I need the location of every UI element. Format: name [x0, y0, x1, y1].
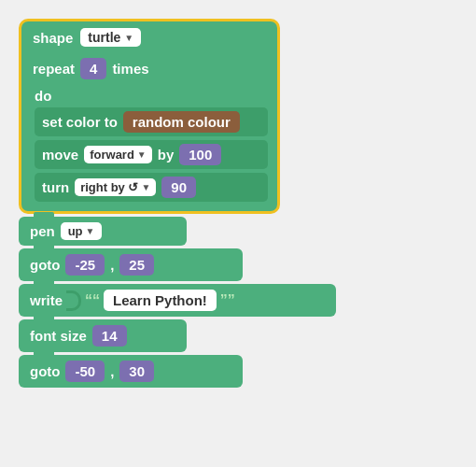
pen-block: pen up ▼ [19, 217, 187, 246]
pen-dropdown-arrow: ▼ [86, 226, 95, 236]
goto2-notch [34, 350, 54, 355]
goto2-y-box[interactable]: 30 [119, 361, 154, 382]
repeat-count-box[interactable]: 4 [80, 58, 106, 79]
goto1-x-box[interactable]: -25 [65, 254, 105, 276]
goto1-comma: , [110, 257, 114, 273]
move-direction-dropdown[interactable]: forward ▼ [84, 146, 152, 163]
font-size-block: font size 14 [19, 319, 187, 352]
random-colour-value: random colour [133, 114, 231, 130]
goto2-comma: , [110, 363, 114, 379]
write-text-box[interactable]: Learn Python! [104, 290, 217, 311]
move-amount: 100 [189, 147, 212, 163]
shape-dropdown-arrow: ▼ [124, 33, 133, 43]
move-amount-box[interactable]: 100 [179, 144, 221, 165]
write-open-quote: ““ [85, 292, 100, 309]
turn-block: turn right by ↺ ▼ 90 [35, 173, 268, 202]
goto2-y: 30 [129, 363, 145, 379]
turn-amount: 90 [171, 179, 187, 195]
goto2-label: goto [30, 363, 60, 379]
set-color-label: set color to [42, 114, 118, 130]
turn-label: turn [42, 179, 69, 195]
do-section: do set color to random colour move forwa… [21, 84, 277, 211]
repeat-label: repeat [33, 61, 75, 77]
set-color-block: set color to random colour [35, 107, 268, 136]
shape-dropdown[interactable]: turtle ▼ [80, 28, 141, 47]
write-text: Learn Python! [113, 292, 207, 308]
write-block: write ““ Learn Python! ”” [19, 284, 336, 317]
random-colour-box[interactable]: random colour [123, 111, 240, 133]
repeat-block: repeat 4 times [21, 53, 277, 84]
shape-label: shape [33, 30, 73, 46]
write-notch [34, 279, 54, 284]
turn-direction-dropdown[interactable]: right by ↺ ▼ [75, 178, 156, 196]
do-label: do [35, 88, 268, 104]
goto1-block: goto -25 , 25 [19, 248, 243, 281]
shape-dropdown-value: turtle [88, 30, 120, 45]
goto1-x: -25 [75, 257, 95, 273]
turn-amount-box[interactable]: 90 [161, 177, 196, 198]
shape-block: shape turtle ▼ [21, 21, 277, 53]
goto2-x-box[interactable]: -50 [65, 361, 105, 382]
goto1-notch [34, 244, 54, 248]
font-size-value: 14 [102, 328, 118, 344]
goto1-y: 25 [129, 257, 145, 273]
main-group: shape turtle ▼ repeat 4 times do set col… [19, 19, 280, 214]
goto2-x: -50 [75, 363, 95, 379]
repeat-count: 4 [90, 61, 97, 77]
move-by-label: by [158, 147, 175, 163]
blocks-workspace: shape turtle ▼ repeat 4 times do set col… [9, 9, 467, 400]
move-direction-arrow: ▼ [137, 149, 147, 160]
repeat-times-label: times [112, 61, 148, 77]
turn-direction-value: right by ↺ [80, 180, 138, 194]
pen-dropdown-value: up [68, 224, 83, 238]
goto1-y-box[interactable]: 25 [119, 254, 154, 276]
write-label: write [30, 292, 63, 308]
goto2-block: goto -50 , 30 [19, 355, 243, 388]
pen-notch [34, 212, 54, 217]
font-size-value-box[interactable]: 14 [92, 325, 127, 347]
write-close-quote: ”” [220, 292, 235, 309]
turn-direction-arrow: ▼ [141, 182, 150, 192]
move-label: move [42, 147, 78, 163]
font-size-notch [34, 315, 54, 319]
goto1-label: goto [30, 257, 60, 273]
move-direction-value: forward [90, 148, 134, 162]
pen-dropdown[interactable]: up ▼ [61, 222, 103, 240]
pen-label: pen [30, 223, 55, 239]
move-block: move forward ▼ by 100 [35, 140, 268, 169]
font-size-label: font size [30, 328, 87, 344]
